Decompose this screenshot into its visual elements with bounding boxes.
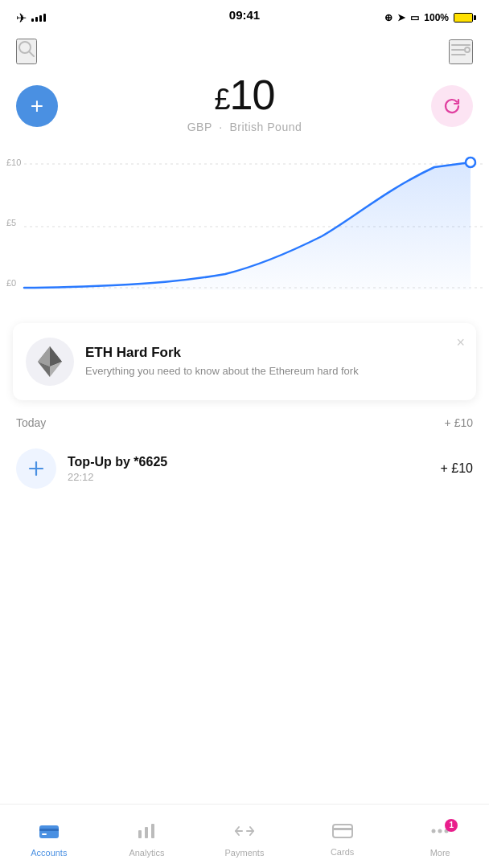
balance-amount: £10 (215, 71, 275, 119)
payments-icon (234, 822, 255, 845)
chart-label-0: £0 (6, 278, 21, 288)
transactions-total: + £10 (445, 416, 473, 429)
screen-icon: ▭ (410, 12, 419, 23)
balance-currency-label: GBP · British Pound (187, 121, 302, 133)
nav-item-payments[interactable]: Payments (195, 816, 294, 858)
battery-icon (454, 13, 473, 23)
svg-rect-20 (138, 830, 142, 838)
filter-icon[interactable] (449, 39, 473, 64)
battery-fill (454, 14, 472, 22)
currency-symbol: £ (215, 83, 230, 116)
svg-line-1 (29, 51, 34, 56)
chart-container: £10 £5 £0 (0, 149, 489, 310)
cards-icon (332, 823, 353, 844)
battery-percent: 100% (424, 12, 449, 23)
notification-close-button[interactable]: × (456, 334, 465, 351)
location-icon: ⊕ (384, 12, 392, 23)
payments-label: Payments (225, 848, 265, 858)
eth-diamond-icon (35, 345, 64, 379)
transactions-section: Today + £10 Top-Up by *6625 22:12 + £10 (0, 400, 489, 495)
svg-rect-23 (333, 825, 352, 837)
signal-bars (31, 14, 46, 22)
more-label: More (430, 848, 450, 858)
nav-item-analytics[interactable]: Analytics (98, 816, 196, 858)
chart-labels: £10 £5 £0 (0, 149, 21, 310)
add-button[interactable]: + (16, 85, 58, 127)
transaction-name: Top-Up by *6625 (68, 455, 429, 469)
accounts-label: Accounts (31, 848, 67, 858)
notification-card: ETH Hard Fork Everything you need to kno… (13, 323, 476, 400)
cards-label: Cards (331, 847, 354, 857)
search-icon[interactable] (16, 39, 37, 64)
svg-point-26 (438, 829, 442, 833)
transaction-details: Top-Up by *6625 22:12 (68, 455, 429, 483)
eth-logo (26, 338, 74, 386)
svg-point-5 (465, 47, 470, 52)
transaction-time: 22:12 (68, 471, 429, 483)
nav-item-accounts[interactable]: Accounts (0, 816, 98, 858)
battery-container (454, 13, 473, 23)
nav-item-more[interactable]: 1 More (391, 816, 489, 858)
svg-rect-22 (151, 824, 154, 838)
svg-rect-24 (333, 828, 352, 830)
status-bar: ✈ 09:41 ⊕ ➤ ▭ 100% (0, 0, 489, 32)
chart-label-5: £5 (6, 218, 21, 227)
top-nav (0, 32, 489, 71)
svg-rect-19 (42, 833, 47, 835)
refresh-button[interactable] (431, 85, 473, 127)
analytics-label: Analytics (129, 848, 164, 858)
transaction-item[interactable]: Top-Up by *6625 22:12 + £10 (16, 442, 473, 495)
transaction-icon (16, 448, 56, 489)
transaction-amount: + £10 (441, 461, 473, 476)
notification-title: ETH Hard Fork (85, 345, 359, 361)
status-right: ⊕ ➤ ▭ 100% (384, 12, 473, 23)
airplane-icon: ✈ (16, 10, 27, 26)
notification-text: ETH Hard Fork Everything you need to kno… (85, 345, 359, 379)
accounts-icon (39, 822, 60, 845)
notification-description: Everything you need to know about the Et… (85, 364, 359, 379)
chart-label-10: £10 (6, 158, 21, 167)
transactions-date: Today (16, 416, 46, 429)
transactions-header: Today + £10 (16, 416, 473, 429)
analytics-icon (137, 822, 156, 845)
svg-rect-18 (39, 829, 59, 831)
balance-section: + £10 GBP · British Pound (0, 71, 489, 141)
svg-rect-17 (39, 825, 59, 838)
navigation-icon: ➤ (397, 12, 405, 23)
bottom-nav: Accounts Analytics Payments (0, 804, 489, 868)
svg-rect-21 (145, 827, 148, 838)
svg-point-9 (466, 158, 475, 167)
svg-point-25 (432, 829, 436, 833)
nav-item-cards[interactable]: Cards (294, 817, 392, 857)
status-left: ✈ (16, 10, 46, 26)
more-icon-badge: 1 (429, 822, 451, 845)
chart-svg (0, 149, 489, 310)
status-time: 09:41 (229, 8, 260, 22)
more-badge: 1 (445, 819, 458, 832)
